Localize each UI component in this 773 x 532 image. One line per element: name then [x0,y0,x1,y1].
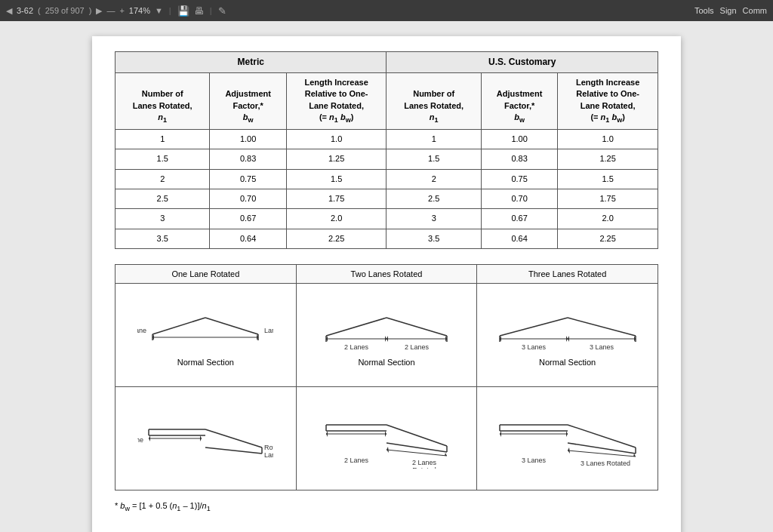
col-length-metric: Length IncreaseRelative to One-Lane Rota… [286,72,386,129]
svg-text:3 Lanes: 3 Lanes [522,343,547,351]
svg-line-22 [568,318,636,336]
col-num-lanes-us: Number ofLanes Rotated,n1 [386,72,481,129]
one-lane-normal-svg: Lane Lane [137,304,273,353]
two-lanes-rotated-cell: 2 Lanes 2 Lanes Rotated [296,387,477,490]
metric-n: 2.5 [115,189,210,208]
svg-marker-29 [568,336,569,342]
nav-prev-icon[interactable]: ◀ [6,6,12,16]
us-len: 1.25 [558,149,658,169]
metric-adj: 1.00 [210,129,286,149]
two-lanes-rotated-svg: 2 Lanes 2 Lanes Rotated [319,408,454,469]
toolbar-divider2: | [210,6,212,15]
metric-n: 1.5 [115,149,210,169]
svg-text:Lane: Lane [264,327,273,334]
us-adj: 0.67 [481,209,557,229]
main-table: Metric U.S. Customary Number ofLanes Rot… [115,51,658,249]
metric-adj: 0.83 [210,149,286,169]
tools-button[interactable]: Tools [694,6,714,15]
svg-line-38 [205,447,262,454]
three-lanes-header: Three Lanes Rotated [477,265,658,284]
three-lanes-normal-cell: 3 Lanes 3 Lanes Normal Section [477,284,658,387]
table-row: 2.5 0.70 1.75 2.5 0.70 1.75 [115,189,658,208]
two-lanes-normal-cell: 2 Lanes 2 Lanes Normal Section [296,284,477,387]
customary-header: U.S. Customary [386,52,658,73]
table-row: 3 0.67 2.0 3 0.67 2.0 [115,209,658,229]
col-adj-factor-us: AdjustmentFactor,*bw [481,72,557,129]
svg-marker-68 [566,431,568,437]
svg-marker-41 [200,435,202,441]
svg-marker-53 [385,431,386,437]
zoom-plus-icon[interactable]: + [119,6,124,15]
us-n: 3 [386,209,481,229]
table-row: 1.5 0.83 1.25 1.5 0.83 1.25 [115,149,658,169]
table-row: 3.5 0.64 2.25 3.5 0.64 2.25 [115,229,658,248]
svg-text:Lane: Lane [137,327,146,334]
save-icon[interactable]: 💾 [177,5,189,17]
three-lanes-rotated-diagram: 3 Lanes 3 Lanes Rotated [483,393,651,484]
metric-adj: 0.70 [210,189,286,208]
svg-marker-52 [326,431,328,437]
sign-button[interactable]: Sign [720,6,737,15]
annotate-icon[interactable]: ✎ [218,5,226,17]
svg-marker-40 [149,435,150,441]
print-icon[interactable]: 🖶 [194,5,204,17]
svg-text:3 Lanes Rotated: 3 Lanes Rotated [581,460,630,467]
two-lanes-rotated-diagram: 2 Lanes 2 Lanes Rotated [303,393,471,484]
table-row: 1 1.00 1.0 1 1.00 1.0 [115,129,658,149]
svg-line-46 [386,425,447,446]
nav-next-icon[interactable]: ▶ [96,6,102,16]
us-n: 2.5 [386,189,481,208]
svg-marker-17 [386,336,388,342]
us-adj: 0.70 [481,189,557,208]
main-content: Metric U.S. Customary Number ofLanes Rot… [0,21,773,532]
three-lanes-normal-label: Normal Section [539,358,596,367]
svg-marker-15 [385,336,386,342]
page-of-total: 259 of 907 [45,6,85,15]
one-lane-rotated-svg: Lane Rotated Lane [137,408,273,469]
us-adj: 0.83 [481,149,557,169]
table-row: 2 0.75 1.5 2 0.75 1.5 [115,169,658,189]
col-adj-factor-metric: AdjustmentFactor,*bw [210,72,286,129]
diagrams-table: One Lane Rotated Two Lanes Rotated Three… [115,264,658,490]
two-lanes-normal-svg: 2 Lanes 2 Lanes [319,304,454,353]
svg-line-9 [326,318,386,336]
rotated-section-row: Lane Rotated Lane [115,387,658,490]
col-num-lanes-metric: Number ofLanes Rotated,n1 [115,72,210,129]
us-n: 3.5 [386,229,481,248]
us-adj: 1.00 [481,129,557,149]
metric-header: Metric [115,52,386,73]
zoom-dropdown-icon[interactable]: ▼ [155,6,163,15]
page-content: Metric U.S. Customary Number ofLanes Rot… [92,36,681,532]
zoom-level: 174% [129,6,150,15]
svg-marker-27 [566,336,568,342]
metric-n: 2 [115,169,210,189]
metric-n: 3.5 [115,229,210,248]
zoom-minus-icon[interactable]: — [106,6,115,15]
three-lanes-normal-svg: 3 Lanes 3 Lanes [496,304,639,353]
svg-line-10 [386,318,447,336]
one-lane-normal-label: Normal Section [177,358,234,367]
metric-len: 1.75 [286,189,386,208]
svg-line-34 [205,429,262,447]
page-number: 3-62 [17,6,33,15]
one-lane-rotated-cell: Lane Rotated Lane [115,387,297,490]
us-len: 2.25 [558,229,658,248]
us-len: 2.0 [558,209,658,229]
svg-text:2 Lanes: 2 Lanes [412,459,437,466]
svg-text:Rotated: Rotated [264,444,273,451]
svg-marker-56 [445,453,447,456]
us-len: 1.75 [558,189,658,208]
toolbar: ◀ 3-62 ( 259 of 907 ) ▶ — + 174% ▼ | 💾 🖶… [0,0,773,21]
one-lane-rotated-diagram: Lane Rotated Lane [122,393,290,484]
metric-len: 1.25 [286,149,386,169]
svg-text:2 Lanes: 2 Lanes [405,343,430,351]
one-lane-normal-cell: Lane Lane Normal Section [115,284,297,387]
toolbar-divider: | [169,6,171,15]
one-lane-normal-diagram: Lane Lane Normal Section [122,290,290,380]
comm-button[interactable]: Comm [743,6,767,15]
three-lanes-rotated-cell: 3 Lanes 3 Lanes Rotated [477,387,658,490]
us-len: 1.0 [558,129,658,149]
svg-text:3 Lanes: 3 Lanes [590,343,614,351]
svg-marker-67 [500,431,501,437]
two-lanes-normal-label: Normal Section [358,358,414,367]
